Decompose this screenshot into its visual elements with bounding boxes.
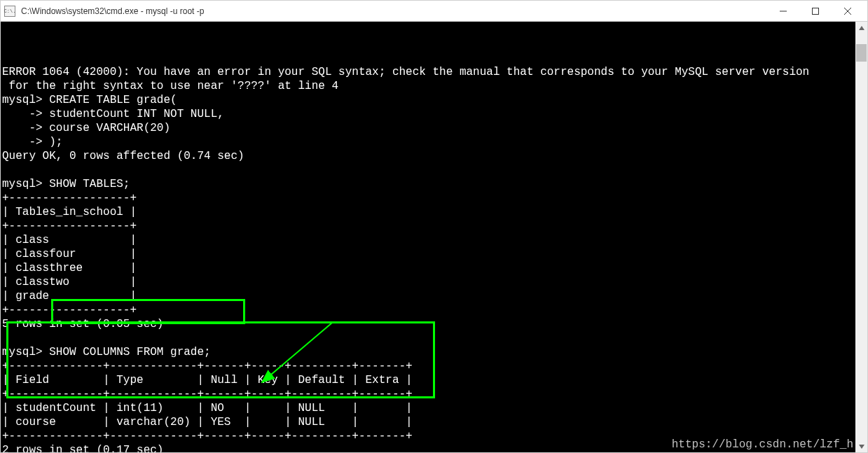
scroll-thumb[interactable] <box>856 44 867 62</box>
terminal-line: | course | varchar(20) | YES | | NULL | … <box>2 415 866 429</box>
terminal-line: mysql> SHOW COLUMNS FROM grade; <box>2 345 866 359</box>
scroll-track[interactable] <box>855 34 867 440</box>
vertical-scrollbar[interactable] <box>855 22 867 452</box>
window-title: C:\Windows\system32\cmd.exe - mysql -u r… <box>21 6 767 16</box>
terminal-line: -> ); <box>2 135 866 149</box>
window-controls <box>767 1 864 22</box>
terminal-line: +------------------+ <box>2 303 866 317</box>
terminal-line: | Tables_in_school | <box>2 205 866 219</box>
titlebar[interactable]: C:\. C:\Windows\system32\cmd.exe - mysql… <box>1 1 867 22</box>
terminal-line: | class | <box>2 233 866 247</box>
scroll-down-button[interactable] <box>855 440 867 452</box>
terminal-line: | Field | Type | Null | Key | Default | … <box>2 373 866 387</box>
scroll-up-button[interactable] <box>855 22 867 34</box>
terminal-line: -> studentCount INT NOT NULL, <box>2 107 866 121</box>
svg-rect-1 <box>813 8 819 14</box>
terminal-line: for the right syntax to use near '????' … <box>2 79 866 93</box>
terminal-line: +------------------+ <box>2 191 866 205</box>
terminal-line: +------------------+ <box>2 219 866 233</box>
svg-marker-5 <box>859 445 864 449</box>
terminal-line: | classtwo | <box>2 275 866 289</box>
terminal-line <box>2 331 866 345</box>
terminal-line: 5 rows in set (0.05 sec) <box>2 317 866 331</box>
svg-marker-4 <box>859 26 864 30</box>
terminal-line: ERROR 1064 (42000): You have an error in… <box>2 65 866 79</box>
terminal-line: | classfour | <box>2 247 866 261</box>
maximize-button[interactable] <box>799 1 832 22</box>
terminal-line: | studentCount | int(11) | NO | | NULL |… <box>2 401 866 415</box>
terminal-line: -> course VARCHAR(20) <box>2 121 866 135</box>
terminal-line: Query OK, 0 rows affected (0.74 sec) <box>2 149 866 163</box>
terminal-line <box>2 163 866 177</box>
minimize-button[interactable] <box>767 1 799 22</box>
command-prompt-window: C:\. C:\Windows\system32\cmd.exe - mysql… <box>0 0 868 453</box>
terminal-line: +--------------+-------------+------+---… <box>2 387 866 401</box>
terminal-line: | grade | <box>2 289 866 303</box>
terminal-line: mysql> CREATE TABLE grade( <box>2 93 866 107</box>
terminal-line: +--------------+-------------+------+---… <box>2 359 866 373</box>
terminal-line: | classthree | <box>2 261 866 275</box>
watermark-text: https://blog.csdn.net/lzf_h <box>672 438 853 451</box>
close-button[interactable] <box>832 1 864 22</box>
cmd-icon: C:\. <box>4 6 15 17</box>
terminal-output[interactable]: ERROR 1064 (42000): You have an error in… <box>1 22 867 452</box>
terminal-line: mysql> SHOW TABLES; <box>2 177 866 191</box>
